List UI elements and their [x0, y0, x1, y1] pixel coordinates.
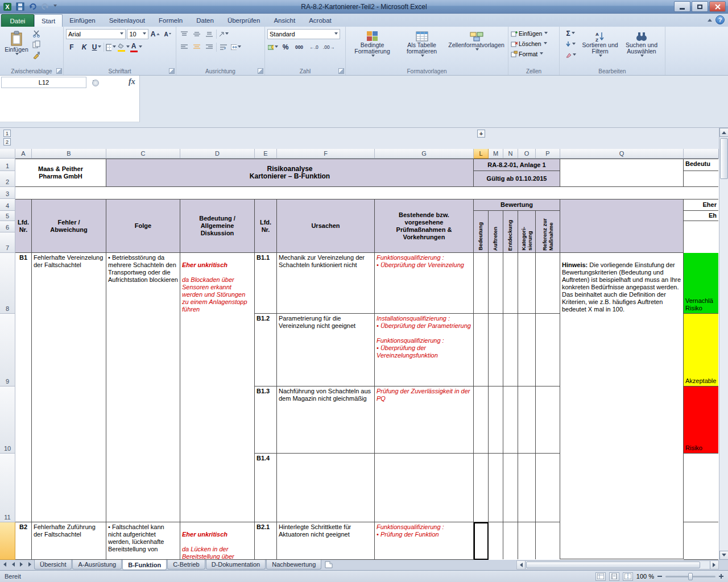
header-folge[interactable]: Folge — [106, 199, 180, 253]
row-header-10[interactable]: 10 — [0, 386, 15, 454]
wrap-text-button[interactable] — [218, 42, 229, 52]
cell-doc-ref[interactable]: RA-8.2-01, Anlage 1 — [474, 159, 560, 171]
column-header-p[interactable]: P — [536, 149, 560, 159]
cell-c8-folge[interactable]: • Betriebsstörung da mehrere Schachteln … — [106, 253, 180, 522]
row-header-1[interactable]: 1 — [0, 159, 15, 171]
font-size-select[interactable]: 10 — [127, 29, 148, 39]
insert-cells-button[interactable]: Einfügen — [511, 28, 557, 39]
selected-cell-l12[interactable] — [474, 522, 489, 560]
column-header-q[interactable]: Q — [560, 149, 684, 159]
cell-e8-id[interactable]: B1.1 — [255, 253, 277, 314]
zoom-slider-thumb[interactable] — [688, 573, 693, 580]
increase-decimal-button[interactable]: ←.0 — [307, 42, 321, 52]
format-as-table-button[interactable]: Als Tabelle formatieren — [398, 28, 446, 66]
cell-legend-eh[interactable]: Eh — [684, 211, 718, 221]
cell-g11-massnahme[interactable] — [375, 454, 474, 522]
header-krit-kategorisierung[interactable]: Kategori- sierung — [518, 211, 536, 253]
column-header-m[interactable]: M — [489, 149, 503, 159]
cell-styles-button[interactable]: Zellenformatvorlagen — [447, 28, 506, 66]
column-header-f[interactable]: F — [277, 149, 375, 159]
cell-legend-r2[interactable] — [684, 171, 718, 187]
cell-f10-ursache[interactable]: Nachführung von Schachteln aus dem Magaz… — [277, 386, 375, 454]
insert-worksheet-button[interactable] — [322, 560, 336, 569]
column-header-g[interactable]: G — [375, 149, 474, 159]
row-header-2[interactable]: 2 — [0, 171, 15, 187]
header-bewertung[interactable]: Bewertung — [474, 199, 560, 211]
horizontal-scrollbar[interactable] — [516, 560, 719, 569]
cell-legend-green[interactable]: Vernachlä Risiko — [684, 253, 718, 314]
row-header-6[interactable]: 6 — [0, 221, 15, 232]
sheet-tab-nachbewertung[interactable]: Nachbewertung — [266, 560, 321, 569]
formula-options-icon[interactable] — [92, 80, 99, 86]
autosum-button[interactable]: Σ — [562, 28, 579, 39]
cell-legend-red[interactable]: Risiko — [684, 386, 718, 454]
scroll-down-button[interactable] — [719, 551, 728, 560]
font-family-select[interactable]: Arial — [66, 29, 126, 39]
row-header-5[interactable]: 5 — [0, 211, 15, 221]
header-fehler[interactable]: Fehler / Abweichung — [32, 199, 106, 253]
zoom-level[interactable]: 100 % — [636, 573, 654, 580]
column-header-n[interactable]: N — [503, 149, 518, 159]
column-header-a[interactable]: A — [15, 149, 32, 159]
tab-seitenlayout[interactable]: Seitenlayout — [102, 14, 152, 27]
tab-acrobat[interactable]: Acrobat — [302, 14, 338, 27]
paste-button[interactable]: Einfügen — [2, 28, 31, 60]
format-painter-button[interactable] — [31, 50, 42, 60]
tab-start[interactable]: Start — [34, 14, 63, 27]
outline-expand-button[interactable]: + — [477, 130, 485, 138]
zoom-slider[interactable] — [665, 576, 715, 577]
percent-style-button[interactable]: % — [280, 42, 291, 52]
cell-c12-folge[interactable]: • Faltschachtel kann nicht aufgerichtet … — [106, 522, 180, 560]
delete-cells-button[interactable]: Löschen — [511, 39, 557, 49]
tab-datei[interactable]: Datei — [1, 14, 34, 27]
header-lfd-nr-2[interactable]: Lfd. Nr. — [255, 199, 277, 253]
help-icon[interactable]: ? — [715, 15, 725, 24]
cell-e10-id[interactable]: B1.3 — [255, 386, 277, 454]
clipboard-dialog-launcher-icon[interactable] — [56, 68, 62, 74]
save-icon[interactable] — [15, 2, 25, 12]
row-header-7[interactable]: 7 — [0, 232, 15, 253]
cut-button[interactable] — [31, 28, 42, 39]
align-bottom-button[interactable] — [204, 29, 215, 39]
column-header-l-selected[interactable]: L — [474, 149, 489, 159]
cell-g10-massnahme[interactable]: Prüfung der Zuverlässigkeit in der PQ — [375, 386, 474, 454]
page-layout-view-button[interactable] — [609, 572, 619, 581]
cell-q1[interactable] — [560, 159, 684, 187]
horizontal-scroll-thumb[interactable] — [526, 562, 700, 568]
align-right-button[interactable] — [204, 42, 215, 52]
header-bedeutung[interactable]: Bedeutung / Allgemeine Diskussion — [180, 199, 255, 253]
align-top-button[interactable] — [179, 29, 190, 39]
row-header-4[interactable]: 4 — [0, 199, 15, 211]
column-header-e[interactable]: E — [255, 149, 277, 159]
clear-button[interactable] — [562, 50, 579, 60]
number-format-select[interactable]: Standard — [267, 29, 340, 39]
insert-function-icon[interactable]: fx — [129, 77, 135, 86]
fill-color-button[interactable] — [118, 42, 129, 52]
minimize-button[interactable] — [674, 1, 690, 12]
cell-a8-b1[interactable]: B1 — [15, 253, 32, 522]
comma-style-button[interactable]: 000 — [292, 42, 306, 52]
font-color-button[interactable]: A — [130, 42, 142, 52]
rating-grid[interactable] — [474, 253, 560, 559]
next-sheet-button[interactable] — [17, 560, 26, 569]
header-ursachen[interactable]: Ursachen — [277, 199, 375, 253]
select-all-corner[interactable] — [0, 149, 15, 159]
copy-button[interactable] — [31, 39, 42, 49]
conditional-formatting-button[interactable]: Bedingte Formatierung — [348, 28, 396, 66]
sheet-tab-c-betrieb[interactable]: C-Betrieb — [167, 560, 205, 569]
header-krit-bedeutung[interactable]: Bedeutung — [474, 211, 489, 253]
cell-e9-id[interactable]: B1.2 — [255, 314, 277, 386]
tab-daten[interactable]: Daten — [189, 14, 221, 27]
alignment-dialog-launcher-icon[interactable] — [258, 68, 263, 74]
scroll-left-button[interactable] — [517, 561, 526, 569]
cell-q8-hinweis[interactable]: Hinweis: Die vorliegende Einstufung der … — [560, 253, 684, 559]
cell-b12-fehler[interactable]: Fehlerhafte Zuführung der Faltschachtel — [32, 522, 106, 560]
sheet-tab-a-ausruestung[interactable]: A-Ausrüstung — [72, 560, 122, 569]
redo-icon[interactable] — [40, 2, 50, 12]
row-header-3[interactable]: 3 — [0, 187, 15, 199]
font-dialog-launcher-icon[interactable] — [169, 68, 175, 74]
decrease-decimal-button[interactable]: .00→ — [322, 42, 336, 52]
column-header-o[interactable]: O — [518, 149, 536, 159]
tab-ueberpruefen[interactable]: Überprüfen — [221, 14, 267, 27]
header-krit-auftreten[interactable]: Auftreten — [489, 211, 503, 253]
